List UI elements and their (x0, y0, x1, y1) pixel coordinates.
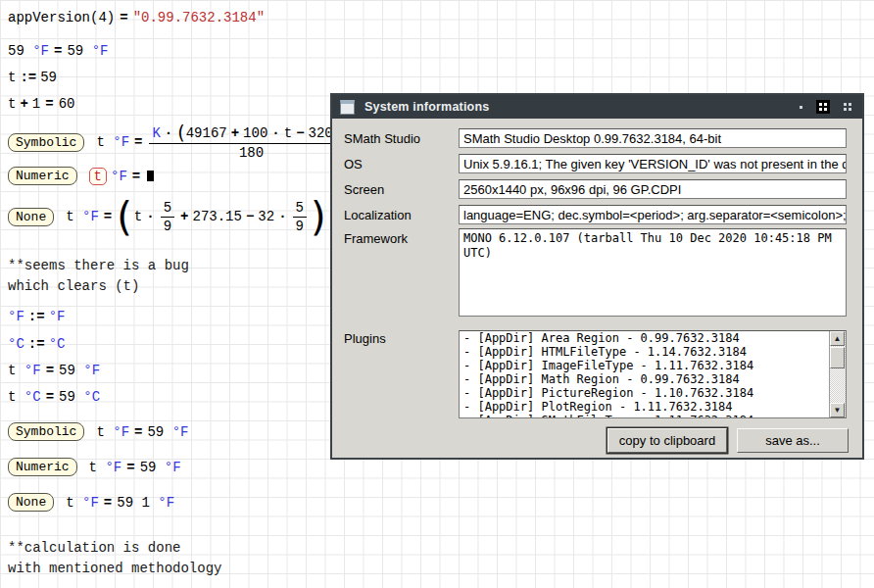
math-token: 9 (164, 219, 171, 234)
minimize-icon[interactable] (797, 103, 805, 112)
math-region-numeric-res[interactable]: Numerict °F=59 °F (8, 458, 181, 476)
fraction-numerator: 5 (293, 200, 307, 216)
close-icon[interactable] (841, 100, 854, 114)
plugin-item[interactable]: - [AppDir] ImageFileType - 1.11.7632.318… (460, 359, 846, 372)
optimization-badge[interactable]: Symbolic (8, 133, 84, 152)
framework-field[interactable]: MONO 6.12.0.107 (tarball Thu 10 Dec 2020… (459, 228, 847, 317)
plugins-label: Plugins (344, 331, 386, 346)
math-token: °F (83, 363, 100, 378)
optimization-badge[interactable]: None (8, 493, 54, 512)
paren-content: t·59+273.15−32·59 (134, 200, 309, 234)
math-region-tc-eval[interactable]: t °C=59 °C (8, 389, 100, 405)
math-token: 59 (140, 460, 165, 475)
math-token: + (20, 96, 27, 112)
fraction-numerator: K·(49167+100·t−3200) (149, 123, 353, 142)
plugins-list[interactable]: - [AppDir] Area Region - 0.99.7632.3184-… (459, 330, 847, 418)
math-region-symbolic-res[interactable]: Symbolict °F=59 °F (8, 422, 188, 441)
math-token: appVersion(4) (8, 10, 115, 25)
plugin-item[interactable]: - [AppDir] Area Region - 0.99.7632.3184 (460, 331, 846, 345)
math-token: °F (165, 460, 181, 475)
localization-label: Localization (344, 208, 412, 222)
scroll-down-icon[interactable]: ▼ (830, 403, 845, 417)
math-region-t-plus-1[interactable]: t+1=60 (8, 96, 74, 112)
math-token: °F (82, 209, 99, 224)
plugin-item[interactable]: - [AppDir] Math Region - 0.99.7632.3184 (460, 372, 846, 386)
scrollbar-thumb[interactable] (830, 347, 845, 368)
math-token: °F (172, 424, 189, 440)
error-highlight: t (89, 168, 107, 185)
math-token: 32 (258, 209, 274, 224)
math-token: · (278, 209, 286, 224)
math-token: = (120, 10, 127, 25)
math-token: t (89, 460, 106, 475)
math-token: 5 (164, 200, 171, 216)
math-token: = (104, 495, 112, 511)
math-token: 180 (239, 145, 264, 161)
optimization-badge[interactable]: Numeric (8, 167, 77, 185)
plugin-item[interactable]: - [AppDir] SMathFileType - 1.11.7632.318… (460, 414, 846, 418)
math-token: 100 (243, 125, 267, 141)
fraction-numerator: 5 (161, 200, 174, 216)
fraction-bar (161, 217, 174, 218)
math-region-none-res[interactable]: Nonet °F=59 1 °F (8, 493, 174, 512)
copy-to-clipboard-button[interactable]: copy to clipboard (607, 428, 727, 453)
math-token: = (104, 209, 112, 224)
dialog-titlebar[interactable]: System informations (332, 95, 862, 119)
plugins-scrollbar[interactable]: ▲ ▼ (829, 331, 846, 417)
fraction-bar (293, 217, 307, 218)
math-token: + (231, 125, 239, 141)
os-field[interactable]: Unix 5.9.16.1; The given key 'VERSION_ID… (459, 154, 847, 173)
fraction: 59 (161, 200, 174, 234)
plugins-list-items: - [AppDir] Area Region - 0.99.7632.3184-… (460, 331, 846, 418)
math-token: °C (8, 336, 24, 352)
scroll-up-icon[interactable]: ▲ (830, 331, 845, 346)
math-token: °F (82, 495, 99, 511)
math-token: 59 (59, 363, 83, 378)
framework-label: Framework (344, 231, 408, 246)
optimization-badge[interactable]: None (8, 208, 54, 226)
math-region-f-def[interactable]: °F:=°F (8, 309, 65, 324)
text-region-calc-note[interactable]: **calculation is done with mentioned met… (8, 538, 221, 579)
math-token: 273.15 (192, 209, 241, 224)
os-label: OS (344, 157, 363, 172)
plugin-item[interactable]: - [AppDir] PlotRegion - 1.11.7632.3184 (460, 400, 846, 414)
math-token: 59 (147, 424, 171, 440)
paren-group: (t·59+273.15−32·59) (117, 199, 325, 234)
optimization-badge[interactable]: Symbolic (8, 422, 84, 441)
plugin-item[interactable]: - [AppDir] PictureRegion - 1.10.7632.318… (460, 386, 846, 400)
localization-field[interactable]: language=ENG; dec.symbol=<period>; arg.s… (459, 205, 847, 224)
math-token: t (8, 389, 24, 405)
math-region-t-def[interactable]: t:=59 (8, 70, 57, 85)
result-placeholder (147, 171, 154, 181)
math-region-numeric-eq[interactable]: Numerict°F= (8, 167, 154, 185)
math-region-tf-eval[interactable]: t °F=59 °F (8, 363, 100, 378)
fraction-bar (149, 143, 353, 144)
fraction-denominator: 9 (161, 219, 174, 234)
text-region-bug-note[interactable]: **seems there is a bug which clears (t) (8, 256, 189, 297)
math-token: · (165, 125, 172, 141)
math-token: := (28, 336, 45, 352)
window-icon (340, 100, 355, 115)
math-region-appversion[interactable]: appVersion(4)="0.99.7632.3184" (8, 10, 265, 25)
math-token: 9 (296, 219, 304, 234)
math-region-59f[interactable]: 59 °F=59 °F (8, 43, 108, 59)
math-token: K (152, 125, 160, 141)
math-token: °F (32, 43, 49, 59)
save-as-button[interactable]: save as... (737, 428, 849, 453)
math-token: 5 (296, 200, 304, 216)
dialog-title: System informations (364, 100, 797, 114)
math-token: = (46, 363, 54, 378)
plugin-item[interactable]: - [AppDir] HTMLFileType - 1.14.7632.3184 (460, 345, 846, 359)
math-token: °C (83, 389, 100, 405)
maximize-icon[interactable] (816, 100, 830, 114)
math-token: + (180, 209, 188, 224)
optimization-badge[interactable]: Numeric (8, 458, 77, 476)
screen-field[interactable]: 2560x1440 px, 96x96 dpi, 96 GP.CDPI (459, 179, 847, 199)
math-region-c-def[interactable]: °C:=°C (8, 336, 65, 352)
math-token: t (8, 363, 24, 378)
math-token: t (8, 96, 16, 112)
math-region-none-eq[interactable]: Nonet °F=(t·59+273.15−32·59) K (8, 199, 342, 234)
smath-version-field[interactable]: SMath Studio Desktop 0.99.7632.3184, 64-… (459, 128, 847, 148)
math-token: °F (158, 495, 174, 511)
math-region-symbolic-eq[interactable]: Symbolict °F=K·(49167+100·t−3200)180 (8, 123, 356, 161)
